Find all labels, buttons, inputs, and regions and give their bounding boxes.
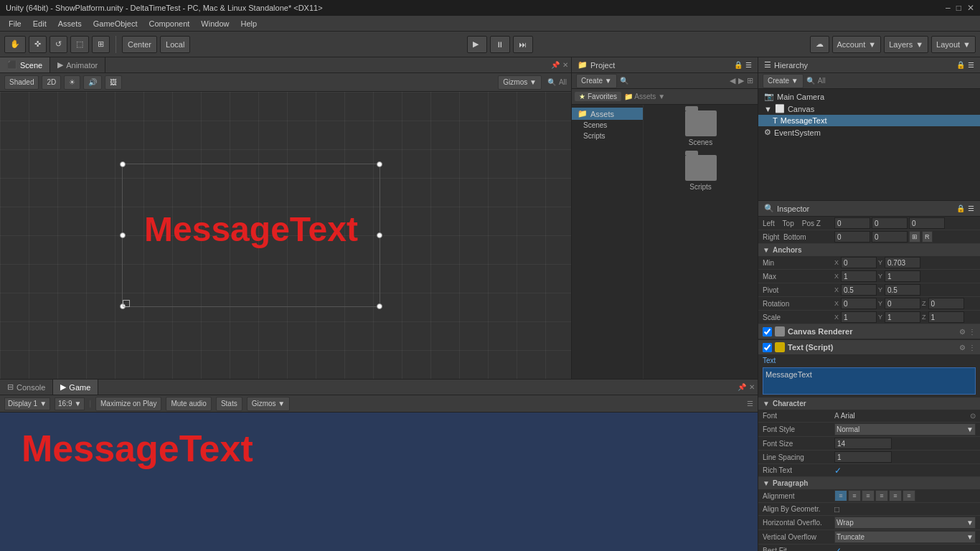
rotation-y[interactable]: [885, 298, 920, 309]
tab-console[interactable]: ⊟ Console: [0, 380, 53, 395]
hierarchy-maincamera[interactable]: 📷 Main Camera: [758, 90, 980, 103]
align-ml[interactable]: ≡: [875, 490, 888, 501]
layers-dropdown[interactable]: Layers ▼: [884, 36, 928, 53]
bottom-pin[interactable]: 📌: [738, 383, 746, 391]
favorites-tab[interactable]: ★ Favorites: [575, 92, 621, 101]
align-mr[interactable]: ≡: [903, 490, 915, 501]
text-edit[interactable]: ⚙: [959, 344, 966, 352]
scene-close[interactable]: ✕: [562, 61, 568, 69]
text-area-input[interactable]: MessageText: [763, 367, 976, 395]
handle-bottom-right[interactable]: [377, 303, 382, 309]
hierarchy-search-icon[interactable]: 🔍: [806, 77, 815, 85]
scene-pin[interactable]: 📌: [551, 61, 560, 69]
canvas-renderer-edit[interactable]: ⚙: [959, 328, 966, 336]
menu-file[interactable]: File: [3, 18, 27, 29]
stats-btn[interactable]: Stats: [216, 397, 242, 411]
hierarchy-messagetext[interactable]: T MessageText: [758, 115, 980, 126]
tab-scene[interactable]: ⬛ Scene: [0, 57, 50, 72]
h-overflow-dropdown[interactable]: Wrap ▼: [834, 517, 976, 529]
project-nav-back[interactable]: ◀: [730, 76, 735, 85]
scenes-folder[interactable]: Scenes: [679, 110, 722, 146]
move-tool[interactable]: ✜: [29, 36, 47, 53]
stretch-btn[interactable]: ⊞: [909, 231, 920, 242]
text-gear[interactable]: ⋮: [969, 344, 976, 352]
game-menu[interactable]: ☰: [747, 400, 753, 408]
2d-button[interactable]: 2D: [42, 75, 61, 90]
character-section[interactable]: ▼ Character: [758, 397, 980, 410]
shaded-button[interactable]: Shaded: [4, 75, 39, 90]
text-script-header[interactable]: Text (Script) ⚙ ⋮: [758, 339, 980, 355]
text-script-toggle[interactable]: [763, 343, 772, 352]
menu-edit[interactable]: Edit: [27, 18, 52, 29]
hierarchy-eventsystem[interactable]: ⚙ EventSystem: [758, 126, 980, 138]
close-button[interactable]: ✕: [967, 3, 974, 13]
anchor-min-y[interactable]: [885, 257, 920, 268]
v-overflow-dropdown[interactable]: Truncate ▼: [834, 531, 976, 543]
rect-tool[interactable]: ⬚: [70, 36, 89, 53]
inspector-lock[interactable]: 🔒: [956, 204, 965, 212]
image-button[interactable]: 🖼: [105, 75, 122, 90]
menu-help[interactable]: Help: [235, 18, 263, 29]
rotation-z[interactable]: [928, 298, 964, 309]
align-mc[interactable]: ≡: [889, 490, 902, 501]
handle-mid-left[interactable]: [120, 232, 126, 238]
minimize-button[interactable]: –: [946, 3, 951, 13]
posz-field[interactable]: [909, 217, 945, 229]
hierarchy-canvas[interactable]: ▼ ⬜ Canvas: [758, 103, 980, 115]
menu-gameobject[interactable]: GameObject: [88, 18, 143, 29]
scripts-folder[interactable]: Scripts: [679, 155, 722, 191]
project-menu[interactable]: ☰: [745, 61, 752, 69]
hierarchy-create-btn[interactable]: Create ▼: [763, 74, 804, 88]
tab-animator[interactable]: ▶ Animator: [50, 57, 105, 72]
canvas-renderer-gear[interactable]: ⋮: [969, 328, 976, 336]
anchor-max-x[interactable]: [841, 270, 877, 282]
handle-corner-sq[interactable]: [123, 300, 130, 307]
project-lock[interactable]: 🔒: [734, 61, 743, 69]
scene-message-element[interactable]: MessageText: [122, 164, 380, 307]
center-toggle[interactable]: Center: [122, 36, 157, 53]
hierarchy-lock[interactable]: 🔒: [956, 61, 965, 69]
scale-z[interactable]: [928, 311, 964, 323]
project-nav-fwd[interactable]: ▶: [738, 76, 744, 85]
align-tl[interactable]: ≡: [834, 490, 847, 501]
project-view-toggle[interactable]: ⊞: [747, 76, 753, 85]
handle-top-left[interactable]: [120, 161, 126, 167]
top-field[interactable]: [872, 217, 908, 229]
mute-audio[interactable]: Mute audio: [166, 397, 211, 411]
right-field[interactable]: [834, 231, 870, 242]
align-tc[interactable]: ≡: [848, 490, 861, 501]
pivot-y[interactable]: [885, 284, 920, 296]
local-toggle[interactable]: Local: [160, 36, 190, 53]
menu-window[interactable]: Window: [195, 18, 235, 29]
align-tr[interactable]: ≡: [862, 490, 875, 501]
handle-mid-right[interactable]: [377, 232, 382, 238]
bottom-close[interactable]: ✕: [749, 383, 755, 391]
rotation-x[interactable]: [841, 298, 877, 309]
anchor-max-y[interactable]: [885, 270, 920, 282]
project-create-btn[interactable]: Create ▼: [576, 74, 617, 88]
maximize-on-play[interactable]: Maximize on Play: [95, 397, 161, 411]
left-field[interactable]: [834, 217, 870, 229]
tab-game[interactable]: ▶ Game: [53, 380, 98, 395]
ratio-select[interactable]: 16:9 ▼: [55, 397, 85, 410]
sound-button[interactable]: 🔊: [83, 75, 102, 90]
canvas-renderer-header[interactable]: Canvas Renderer ⚙ ⋮: [758, 324, 980, 339]
project-search-icon[interactable]: 🔍: [620, 77, 628, 85]
gizmos-game-btn[interactable]: Gizmos ▼: [247, 397, 291, 411]
bottom-field[interactable]: [872, 231, 908, 242]
hierarchy-menu[interactable]: ☰: [968, 61, 974, 69]
anchor-min-x[interactable]: [841, 257, 877, 268]
project-scenes-item[interactable]: Scenes: [572, 120, 643, 131]
font-select-btn[interactable]: ⊙: [970, 412, 976, 420]
cloud-button[interactable]: ☁: [810, 36, 829, 53]
pivot-x[interactable]: [841, 284, 877, 296]
best-fit-check[interactable]: ✓: [834, 546, 842, 552]
align-geom-check[interactable]: □: [834, 504, 839, 514]
step-button[interactable]: ⏭: [513, 36, 533, 53]
assets-tab-label[interactable]: 📁 Assets ▼: [624, 93, 665, 100]
menu-component[interactable]: Component: [143, 18, 195, 29]
project-scripts-item[interactable]: Scripts: [572, 131, 643, 141]
project-assets-item[interactable]: 📁 Assets: [572, 108, 643, 120]
handle-top-right[interactable]: [377, 161, 382, 167]
font-style-dropdown[interactable]: Normal ▼: [834, 423, 976, 435]
